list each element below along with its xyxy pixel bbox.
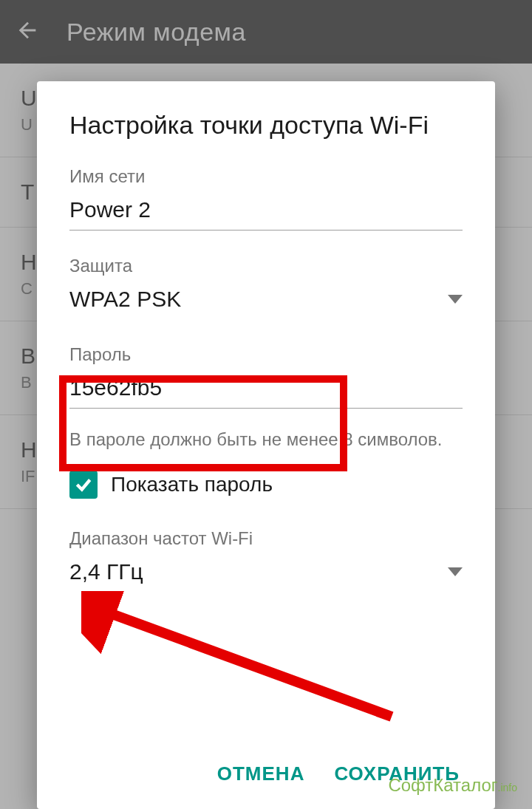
band-label: Диапазон частот Wi-Fi <box>69 528 463 549</box>
cancel-button[interactable]: ОТМЕНА <box>217 762 305 785</box>
chevron-down-icon <box>448 295 463 304</box>
password-field: Пароль <box>69 344 463 409</box>
network-name-input[interactable] <box>69 193 463 231</box>
security-label: Защита <box>69 256 463 276</box>
dialog-title: Настройка точки доступа Wi-Fi <box>69 109 463 141</box>
network-name-label: Имя сети <box>69 166 463 187</box>
band-field[interactable]: Диапазон частот Wi-Fi 2,4 ГГц <box>69 528 463 592</box>
watermark: СофтКаталог.info <box>388 775 517 796</box>
hotspot-config-dialog: Настройка точки доступа Wi-Fi Имя сети З… <box>37 81 495 809</box>
password-helper: В пароле должно быть не менее 8 символов… <box>69 428 463 451</box>
show-password-checkbox[interactable] <box>69 471 98 499</box>
network-name-field: Имя сети <box>69 166 463 231</box>
security-value: WPA2 PSK <box>69 287 181 312</box>
show-password-label: Показать пароль <box>111 473 273 496</box>
password-input[interactable] <box>69 371 463 409</box>
show-password-row[interactable]: Показать пароль <box>69 471 463 499</box>
chevron-down-icon <box>448 567 463 576</box>
security-field[interactable]: Защита WPA2 PSK <box>69 256 463 319</box>
band-value: 2,4 ГГц <box>69 559 143 584</box>
password-label: Пароль <box>69 344 463 365</box>
